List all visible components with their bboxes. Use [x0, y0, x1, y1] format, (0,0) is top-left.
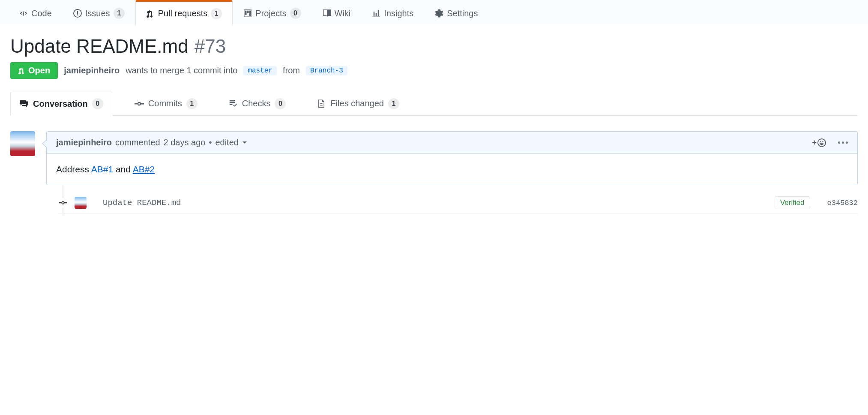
- comment-author[interactable]: jamiepinheiro: [56, 138, 112, 147]
- avatar[interactable]: [10, 131, 35, 156]
- git-commit-icon: [58, 198, 68, 208]
- tab-pull-requests[interactable]: Pull requests 1: [135, 0, 233, 25]
- gear-icon: [435, 9, 443, 18]
- verified-badge[interactable]: Verified: [775, 196, 810, 209]
- tab-settings[interactable]: Settings: [424, 0, 488, 25]
- tab-code[interactable]: Code: [9, 0, 63, 25]
- files-count: 1: [388, 98, 399, 109]
- body-mid: and: [113, 164, 133, 174]
- tab-wiki[interactable]: Wiki: [312, 0, 362, 25]
- file-diff-icon: [317, 99, 326, 108]
- pr-state-badge: Open: [10, 62, 58, 79]
- comment-discussion-icon: [19, 99, 29, 108]
- git-pull-request-icon: [146, 9, 155, 18]
- merge-text-1: wants to merge 1 commit into: [126, 66, 237, 75]
- tab-files-changed-label: Files changed: [330, 99, 384, 108]
- code-icon: [19, 9, 28, 18]
- checks-count: 0: [275, 98, 286, 109]
- pulls-count: 1: [211, 8, 222, 19]
- book-icon: [323, 9, 331, 18]
- tab-commits-label: Commits: [148, 99, 182, 108]
- comment-edited[interactable]: edited: [215, 138, 239, 147]
- repo-nav: Code Issues 1 Pull requests 1 Projects 0…: [0, 0, 868, 25]
- body-prefix: Address: [56, 164, 91, 174]
- commit-message[interactable]: Update README.md: [103, 198, 768, 208]
- checklist-icon: [228, 99, 238, 108]
- tab-issues-label: Issues: [85, 9, 110, 18]
- git-pull-request-icon: [18, 67, 26, 75]
- tab-settings-label: Settings: [447, 9, 478, 18]
- tab-insights[interactable]: Insights: [361, 0, 424, 25]
- tab-commits[interactable]: Commits 1: [126, 92, 206, 115]
- comment-header: jamiepinheiro commented 2 days ago • edi…: [47, 132, 857, 154]
- ab-link-1[interactable]: AB#1: [91, 164, 113, 174]
- issue-opened-icon: [73, 9, 82, 18]
- tab-checks-label: Checks: [242, 99, 271, 108]
- smiley-icon: [817, 138, 826, 147]
- pr-state-label: Open: [28, 66, 50, 75]
- comment-body: Address AB#1 and AB#2: [47, 154, 857, 185]
- commit-sha[interactable]: e345832: [827, 199, 858, 207]
- tab-conversation-label: Conversation: [33, 99, 88, 109]
- add-reaction-button[interactable]: +: [812, 138, 826, 147]
- comment-time[interactable]: 2 days ago: [164, 138, 206, 147]
- merge-text-2: from: [283, 66, 300, 75]
- ab-link-2[interactable]: AB#2: [133, 164, 155, 174]
- project-icon: [243, 9, 252, 18]
- tab-files-changed[interactable]: Files changed 1: [308, 92, 408, 115]
- comment-actions-menu[interactable]: [838, 141, 848, 144]
- head-branch[interactable]: Branch-3: [306, 66, 347, 75]
- commit-row: Update README.md Verified e345832: [58, 196, 858, 214]
- pr-title-row: Update README.md #73: [10, 36, 858, 57]
- tab-conversation[interactable]: Conversation 0: [10, 92, 112, 116]
- pr-title: Update README.md: [10, 36, 189, 57]
- tab-wiki-label: Wiki: [335, 9, 351, 18]
- timeline: jamiepinheiro commented 2 days ago • edi…: [10, 131, 858, 216]
- tab-pull-requests-label: Pull requests: [158, 9, 208, 18]
- pr-main: Update README.md #73 Open jamiepinheiro …: [0, 25, 868, 226]
- tab-code-label: Code: [31, 9, 52, 18]
- avatar[interactable]: [75, 197, 87, 209]
- commits-count: 1: [186, 98, 198, 109]
- tab-issues[interactable]: Issues 1: [63, 0, 135, 25]
- pr-number: #73: [195, 36, 226, 57]
- comment-box: jamiepinheiro commented 2 days ago • edi…: [46, 131, 858, 185]
- chevron-down-icon[interactable]: [242, 140, 247, 145]
- tab-projects-label: Projects: [255, 9, 286, 18]
- timeline-line: Update README.md Verified e345832: [63, 185, 858, 216]
- projects-count: 0: [290, 8, 301, 19]
- conversation-count: 0: [92, 98, 103, 109]
- git-commit-icon: [135, 99, 144, 108]
- tab-checks[interactable]: Checks 0: [220, 92, 295, 115]
- graph-icon: [372, 9, 380, 18]
- comment-verb: commented: [115, 138, 160, 147]
- tab-projects[interactable]: Projects 0: [233, 0, 311, 25]
- pr-author[interactable]: jamiepinheiro: [64, 66, 120, 75]
- base-branch[interactable]: master: [243, 66, 277, 75]
- tab-insights-label: Insights: [384, 9, 413, 18]
- pr-meta: Open jamiepinheiro wants to merge 1 comm…: [10, 62, 858, 79]
- pr-tabs: Conversation 0 Commits 1 Checks 0 Files …: [10, 92, 858, 116]
- issues-count: 1: [114, 8, 125, 19]
